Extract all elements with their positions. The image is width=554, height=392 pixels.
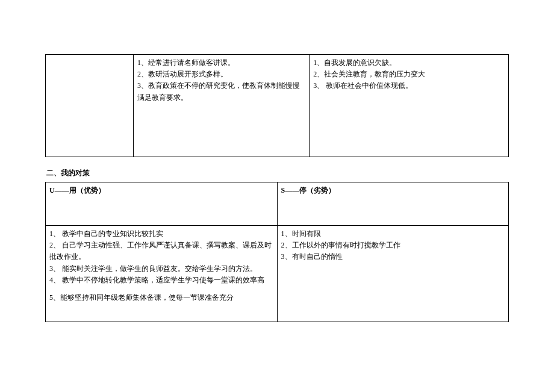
section2-title: 二、我的对策 [46,168,509,178]
t1-c3-line2: 2、社会关注教育，教育的压力变大 [313,69,505,80]
strength-items: 1、 教学中自己的专业知识比较扎实 2、 自己学习主动性强、工作作风严谨认真备课… [46,226,278,322]
weakness-item-2: 2、工作以外的事情有时打搅教学工作 [281,240,505,251]
strength-item-4: 4、 教学中不停地转化教学策略，适应学生学习使每一堂课的效率高 [49,275,273,286]
t1-c2-line1: 1、经常进行请名师做客讲课。 [137,57,305,69]
table1-col2: 1、经常进行请名师做客讲课。 2、教研活动展开形式多样。 3、教育政策在不停的研… [134,55,310,157]
swot-table-top: 1、经常进行请名师做客讲课。 2、教研活动展开形式多样。 3、教育政策在不停的研… [45,54,509,157]
weakness-item-1: 1、时间有限 [281,228,505,240]
weakness-item-3: 3、有时自己的惰性 [281,251,505,263]
table1-col3: 1、自我发展的意识欠缺。 2、社会关注教育，教育的压力变大 3、 教师在社会中价… [310,55,509,157]
table1-col1 [46,55,134,157]
t1-c2-line3: 3、教育政策在不停的研究变化，使教育体制能慢慢满足教育要求。 [137,80,305,103]
t1-c2-line2: 2、教研活动展开形式多样。 [137,69,305,80]
header-stop-weakness: S——停（劣势） [277,182,509,226]
strategy-table: U——用（优势） S——停（劣势） 1、 教学中自己的专业知识比较扎实 2、 自… [45,182,509,322]
t1-c3-line3: 3、 教师在社会中价值体现低。 [313,80,505,92]
strength-item-5: 5、能够坚持和同年级老师集体备课，使每一节课准备充分 [49,292,273,303]
header-use-strength: U——用（优势） [46,182,278,226]
strength-item-2: 2、 自己学习主动性强、工作作风严谨认真备课、撰写教案、课后及时批改作业。 [49,240,273,263]
strength-item-1: 1、 教学中自己的专业知识比较扎实 [49,228,273,240]
t1-c3-line1: 1、自我发展的意识欠缺。 [313,57,505,69]
weakness-items: 1、时间有限 2、工作以外的事情有时打搅教学工作 3、有时自己的惰性 [277,226,509,322]
strength-item-3: 3、 能实时关注学生，做学生的良师益友。交给学生学习的方法。 [49,263,273,275]
strength-spacer [49,286,273,292]
